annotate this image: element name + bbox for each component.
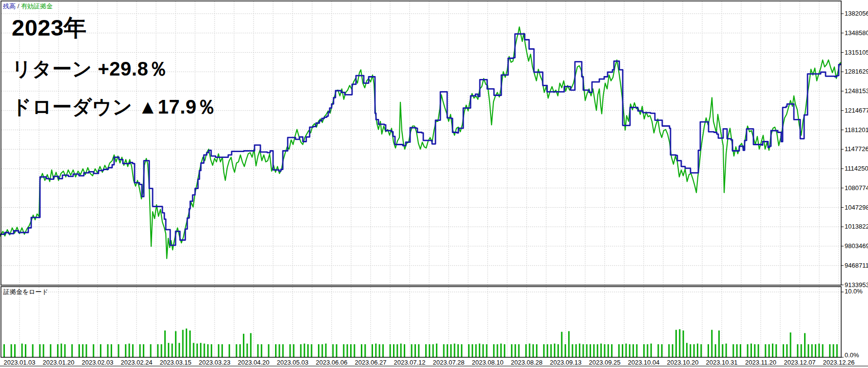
margin-max-label: 10.0% (845, 288, 863, 295)
x-axis-label: 2023.04.20 (233, 359, 274, 366)
main-chart-frame (1, 1, 841, 285)
x-axis-label: 2023.06.27 (350, 359, 391, 366)
x-axis-label: 2023.01.20 (38, 359, 79, 366)
y-axis-label: 1114250 (845, 165, 868, 172)
x-axis-label: 2023.12.07 (779, 359, 820, 366)
x-axis-label: 2023.07.12 (389, 359, 430, 366)
x-axis-label: 2023.08.28 (506, 359, 547, 366)
x-axis-label: 2023.03.23 (194, 359, 235, 366)
return-stat: リターン +29.8％ (12, 56, 168, 82)
equity-legend-label: 有効証拠金 (21, 2, 53, 10)
y-axis-label: 1382056 (845, 10, 868, 17)
x-axis-label: 2023.12.26 (818, 359, 859, 366)
y-axis-label: 1080774 (845, 184, 868, 192)
y-axis-label: 1013822 (845, 223, 868, 230)
x-axis-label: 2023.02.03 (77, 359, 118, 366)
y-axis-label: 1047298 (845, 204, 868, 211)
x-axis-label: 2023.10.31 (701, 359, 742, 366)
y-axis-label: 9468711 (845, 262, 868, 269)
x-axis-label: 2023.09.25 (584, 359, 625, 366)
x-axis-label: 2023.09.13 (545, 359, 586, 366)
y-axis-label: 1248153 (845, 87, 868, 95)
x-axis-label: 2023.10.04 (623, 359, 664, 366)
x-axis-label: 2023.02.24 (116, 359, 157, 366)
y-axis-label: 1281629 (845, 68, 868, 75)
balance-legend-label: 残高 (3, 2, 16, 10)
x-axis-label: 2023.05.03 (272, 359, 313, 366)
y-axis-label: 9133953 (845, 281, 868, 289)
x-axis-label: 2023.01.03 (0, 359, 40, 366)
x-axis-label: 2023.03.15 (155, 359, 196, 366)
y-axis-label: 1214677 (845, 107, 868, 114)
margin-load-title: 証拠金をロード (3, 288, 48, 295)
drawdown-stat: ドローダウン ▲17.9％ (12, 94, 217, 120)
backtest-chart-window: 残高 / 有効証拠金 2023年 リターン +29.8％ ドローダウン ▲17.… (0, 0, 868, 368)
x-axis-label: 2023.11.20 (740, 359, 781, 366)
y-axis-label: 1315105 (845, 49, 868, 56)
x-axis-label: 2023.08.10 (467, 359, 508, 366)
margin-bars (3, 329, 838, 357)
margin-min-label: 0.0% (845, 351, 859, 359)
y-axis-label: 1181201 (845, 126, 868, 134)
legend: 残高 / 有効証拠金 (3, 2, 53, 10)
x-axis-label: 2023.06.06 (311, 359, 352, 366)
y-axis-label: 9803469 (845, 242, 868, 250)
x-axis-label: 2023.10.20 (662, 359, 703, 366)
year-title: 2023年 (12, 13, 87, 43)
y-axis-label: 1348580 (845, 29, 868, 37)
legend-separator: / (18, 2, 20, 10)
y-axis-label: 1147726 (845, 145, 868, 153)
x-axis-label: 2023.07.28 (428, 359, 469, 366)
